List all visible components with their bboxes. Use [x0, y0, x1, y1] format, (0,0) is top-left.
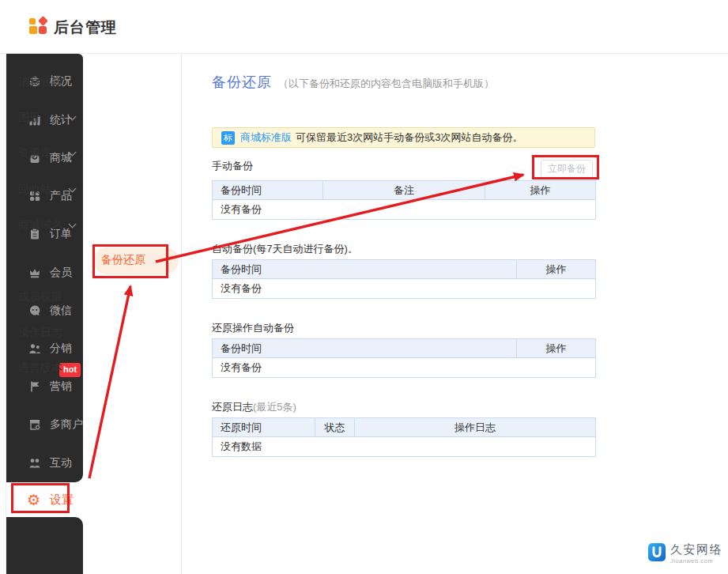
empty-text: 没有备份: [213, 200, 596, 220]
restore-auto-backup-label: 还原操作自动备份: [212, 321, 294, 335]
chevron-down-icon: [69, 113, 77, 121]
table-empty-row: 没有备份: [213, 358, 596, 378]
empty-text: 没有备份: [213, 279, 596, 299]
table-header-row: 备份时间 操作: [213, 339, 596, 358]
flag-icon: [28, 380, 41, 394]
empty-text: 没有数据: [213, 437, 596, 457]
submenu-item-recycle[interactable]: 回收站: [0, 183, 99, 198]
vendor-domain: Jiuanweb.com: [670, 557, 722, 565]
auto-backup-label: 自动备份(每7天自动进行备份)。: [212, 242, 358, 256]
submenu-item-oplog[interactable]: 操作日志: [0, 326, 99, 342]
store-icon: [28, 418, 41, 432]
table-empty-row: 没有备份: [213, 279, 596, 299]
sidebar-item-marketing[interactable]: hot 营销: [6, 378, 83, 395]
backup-now-button[interactable]: 立即备份: [541, 160, 593, 178]
col-actions: 操作: [517, 260, 596, 279]
submenu-item-gallery[interactable]: 图册: [0, 111, 99, 127]
submenu-item-backup-restore[interactable]: 备份还原: [93, 247, 179, 274]
auto-backup-table: 备份时间 操作 没有备份: [212, 259, 596, 299]
chevron-down-icon: [69, 185, 77, 193]
window-edge-strip: [0, 54, 6, 574]
submenu-item-domain[interactable]: 商城域名: [0, 218, 99, 234]
manual-backup-label: 手动备份: [212, 159, 253, 173]
col-backup-time: 备份时间: [213, 181, 323, 200]
table-empty-row: 没有备份: [213, 200, 596, 220]
backend-admin-page: 后台管理 概况 统计 商城 产品 订单 会员: [0, 0, 728, 574]
sidebar-item-members[interactable]: 会员: [6, 264, 83, 281]
plan-link[interactable]: 商城标准版: [240, 130, 292, 145]
col-backup-time: 备份时间: [213, 339, 517, 358]
col-backup-time: 备份时间: [213, 260, 517, 279]
submenu-item-notifications[interactable]: 消息通知: [0, 75, 99, 91]
col-note: 备注: [323, 181, 485, 200]
submenu-item-permissions[interactable]: 成员权限: [0, 290, 99, 306]
sidebar-item-distribution[interactable]: 分销: [6, 340, 83, 357]
page-subtitle: （以下备份和还原的内容包含电脑版和手机版）: [278, 77, 494, 91]
app-logo-icon: [29, 17, 48, 36]
sidebar-item-settings[interactable]: ⚙ 设置: [6, 485, 83, 515]
table-header-row: 还原时间 状态 操作日志: [213, 418, 596, 437]
jiuan-logo-icon: [648, 543, 666, 561]
col-actions: 操作: [485, 181, 596, 200]
chevron-down-icon: [69, 221, 77, 228]
sidebar-item-multimerchant[interactable]: 多商户: [6, 416, 83, 433]
table-header-row: 备份时间 操作: [213, 260, 596, 279]
vendor-logo: 久安网络 Jiuanweb.com: [648, 543, 722, 565]
chevron-down-icon: [69, 149, 77, 157]
plan-notice-text: 可保留最近3次网站手动备份或3次网站自动备份。: [296, 130, 522, 145]
empty-text: 没有备份: [213, 358, 596, 378]
restore-log-label: 还原日志(最近5条): [212, 400, 296, 414]
table-empty-row: 没有数据: [213, 437, 596, 457]
col-status: 状态: [315, 418, 355, 437]
table-header-row: 备份时间 备注 操作: [213, 181, 596, 200]
gear-icon: ⚙: [27, 493, 40, 508]
crown-icon: [28, 266, 41, 280]
plan-badge-icon: 标: [221, 131, 235, 145]
manual-backup-table: 备份时间 备注 操作 没有备份: [212, 180, 596, 220]
settings-label: 设置: [50, 493, 74, 508]
users-icon: [28, 457, 41, 470]
wechat-icon: [28, 304, 41, 318]
submenu-item-language[interactable]: 语言版本: [0, 361, 99, 377]
submenu-item-resources[interactable]: 资源库: [0, 146, 99, 162]
primary-sidebar-bottom: [6, 517, 83, 574]
vendor-name: 久安网络: [670, 543, 722, 556]
page-title: 备份还原: [212, 73, 272, 92]
restore-auto-backup-table: 备份时间 操作 没有备份: [212, 338, 596, 378]
sidebar-item-interact[interactable]: 互动: [6, 455, 83, 472]
col-actions: 操作: [517, 339, 596, 358]
plan-notice-bar: 标 商城标准版 可保留最近3次网站手动备份或3次网站自动备份。: [212, 127, 595, 148]
col-restore-time: 还原时间: [213, 418, 315, 437]
page-title-row: 备份还原 （以下备份和还原的内容包含电脑版和手机版）: [212, 73, 494, 92]
secondary-sidebar: [83, 54, 182, 574]
people-icon: [28, 342, 41, 356]
app-title: 后台管理: [54, 17, 117, 38]
top-header: 后台管理: [0, 0, 728, 54]
col-op-log: 操作日志: [355, 418, 596, 437]
restore-log-table: 还原时间 状态 操作日志 没有数据: [212, 417, 596, 457]
